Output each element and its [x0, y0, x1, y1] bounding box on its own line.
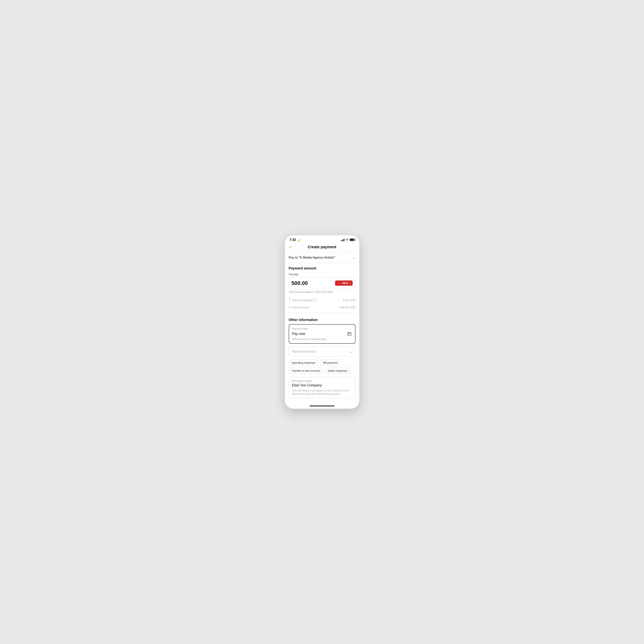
payment-date-highlighted-box[interactable]: Payment date Pay now 00Time limit: 0–1 w… — [289, 324, 355, 344]
message-to-payee-value: Elsie Von Company — [292, 383, 352, 387]
svg-rect-1 — [348, 333, 351, 336]
calendar-icon[interactable] — [347, 331, 352, 337]
moon-icon: 🌙 — [297, 238, 300, 241]
pay-to-selector[interactable]: Pay to "K Media Agency limited " ⌄ — [285, 252, 359, 263]
charges-list: Service charges i 8.00 HKD Debit amount … — [285, 296, 359, 310]
page-title: Create payment — [308, 245, 336, 249]
payment-reason-chips: Operating expenses Bill payment Transfer… — [285, 360, 359, 374]
you-pay-label: You pay — [289, 273, 355, 276]
hk-flag-icon — [337, 282, 341, 285]
debit-amount-dot — [289, 306, 290, 308]
message-to-payee-label: Message to payee — [292, 379, 352, 382]
time-limit-text: 00Time limit: 0–1 working days — [292, 338, 352, 341]
amount-input-box[interactable]: 500.00 HKD ∨ — [289, 277, 355, 289]
payment-date-row: Pay now — [292, 331, 352, 337]
phone-frame: 7:32 🌙 ← Create payment Pay to "K Med — [285, 235, 359, 409]
payment-date-value: Pay now — [292, 332, 305, 336]
debit-amount-item: Debit amount 508.00 HKD — [289, 304, 355, 310]
svg-rect-2 — [348, 334, 349, 335]
wifi-icon — [346, 239, 349, 241]
service-charge-label: Service charges i — [292, 298, 317, 302]
home-bar — [310, 405, 334, 406]
time-text: 7:32 — [289, 238, 296, 242]
payment-date-label: Payment date — [292, 327, 352, 330]
currency-chevron-icon: ∨ — [349, 282, 351, 285]
payment-reasons-chevron-icon: ⌄ — [349, 350, 352, 354]
debit-amount-label: Debit amount — [292, 306, 309, 309]
service-charge-left: Service charges i — [289, 298, 317, 303]
amount-value: 500.00 — [292, 280, 308, 286]
pay-to-chevron-icon: ⌄ — [353, 256, 355, 260]
message-hint-text: This information may appear on the recip… — [292, 389, 352, 396]
currency-code: HKD — [342, 281, 348, 285]
other-info-section: Other information — [285, 314, 359, 322]
account-balance: HKD Account balance : 876776.00 HKD — [289, 291, 355, 293]
status-bar: 7:32 🌙 — [285, 235, 359, 243]
chip-salary-expenses[interactable]: Salary expenses — [325, 368, 350, 374]
service-charge-dot — [289, 298, 290, 299]
signal-icon — [341, 239, 344, 241]
service-charge-item: Service charges i 8.00 HKD — [289, 296, 355, 304]
payment-reasons-placeholder: Payment reasons — [292, 350, 316, 353]
main-content: Pay to "K Media Agency limited " ⌄ Payme… — [285, 252, 359, 404]
home-indicator — [285, 404, 359, 409]
chip-operating-expenses[interactable]: Operating expenses — [289, 360, 318, 366]
other-info-title: Other information — [289, 318, 355, 322]
payment-amount-section: Payment amount You pay 500.00 — [285, 263, 359, 293]
payment-reasons-dropdown[interactable]: Payment reasons ⌄ — [289, 347, 355, 357]
debit-amount-left: Debit amount — [289, 306, 309, 309]
section-divider — [285, 313, 359, 313]
pay-to-text: Pay to "K Media Agency limited " — [289, 256, 336, 260]
battery-icon — [350, 239, 355, 241]
message-to-payee-box[interactable]: Message to payee Elsie Von Company This … — [289, 377, 355, 398]
payment-amount-title: Payment amount — [289, 266, 355, 270]
status-time: 7:32 🌙 — [289, 238, 301, 242]
connector-line — [289, 299, 290, 303]
header: ← Create payment — [285, 243, 359, 252]
status-icons — [341, 239, 355, 241]
service-charge-value: 8.00 HKD — [343, 298, 355, 302]
back-button[interactable]: ← — [289, 244, 293, 249]
chip-bill-payment[interactable]: Bill payment — [320, 360, 340, 366]
currency-selector[interactable]: HKD ∨ — [335, 280, 353, 286]
debit-amount-value: 508.00 HKD — [340, 306, 355, 309]
chip-transfer-own-account[interactable]: Transfer to own account — [289, 368, 323, 374]
info-icon[interactable]: i — [314, 299, 317, 302]
